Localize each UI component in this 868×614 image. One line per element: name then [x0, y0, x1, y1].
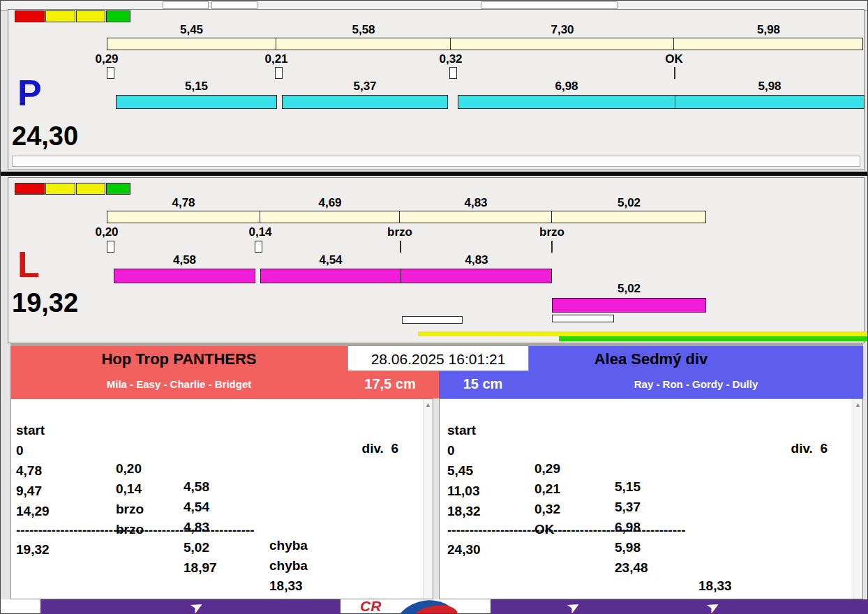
left-table-scrollbar[interactable]: ▲	[423, 399, 433, 599]
lane-l-progress-green	[559, 336, 867, 341]
table-row: 4,78 0,14 4,54	[16, 444, 398, 463]
lane-l-ruler-segment	[107, 211, 260, 223]
lane-p-split-label: 5,98	[675, 80, 865, 93]
lane-p-ruler-label: 5,98	[674, 24, 863, 36]
sponsor-banner: CR ➤ ➤ ➤	[1, 599, 868, 614]
total-time: 24,30	[447, 541, 481, 559]
lane-l-split-bar	[260, 269, 401, 283]
logo-text: CR	[360, 599, 381, 614]
lane-l-ruler-segment	[551, 211, 706, 223]
lane-l-reaction-label: 0,20	[75, 226, 138, 239]
left-team-jump-height: 17,5 cm	[348, 376, 432, 392]
lane-p-ruler-label: 5,58	[276, 24, 451, 36]
lane-p-tick-mark	[674, 67, 675, 79]
lane-p-reaction-label: 0,21	[245, 53, 308, 66]
lane-l-split-bar	[401, 269, 552, 283]
total-alt-1: 18,97	[184, 559, 217, 577]
lane-l-light-green	[106, 183, 130, 195]
table-totals-row: 19,32 18,97 18,33	[16, 523, 398, 542]
lane-p-checkbox-indicator	[275, 67, 283, 79]
lane-l-letter: L	[17, 246, 40, 283]
lane-l-checkbox-indicator	[107, 241, 114, 253]
lane-p-reaction-label: 0,32	[419, 53, 482, 66]
toolbar-button[interactable]	[163, 1, 209, 9]
app-window: 5,45 5,58 7,30 5,98 0,29 0,21 0,32 OK P …	[0, 0, 868, 614]
lane-l-ruler-label: 4,83	[400, 197, 552, 209]
lane-l-light-red	[15, 183, 45, 195]
lane-l-total-time: 19,32	[12, 290, 78, 316]
table-row: 11,03 0,32 6,98	[447, 464, 828, 484]
lane-divider	[1, 172, 868, 176]
cell-note: chyba	[269, 557, 308, 575]
lane-l-light-yellow-2	[76, 183, 105, 195]
lane-p-split-label: 5,37	[282, 80, 448, 93]
right-table-scrollbar[interactable]: ▲	[853, 399, 862, 599]
table-row: 18,32 OK 5,98	[447, 484, 828, 504]
lane-p-total-time: 24,30	[12, 123, 78, 149]
lane-p-checkbox-indicator	[107, 67, 114, 79]
lane-p-split-label: 5,15	[116, 80, 277, 93]
total-alt-2: 18,33	[698, 577, 732, 595]
lane-l-pending-bar	[552, 315, 614, 322]
lane-p-light-yellow-2	[76, 10, 105, 22]
total-alt-1: 23,48	[615, 559, 648, 577]
lane-p-inset-strip	[12, 156, 860, 167]
table-row: 5,45 0,21 5,37	[447, 444, 828, 463]
lane-p-split-bar	[458, 95, 675, 109]
lane-l-reaction-label: brzo	[368, 226, 431, 239]
lane-l-ruler-label: 4,69	[260, 197, 400, 209]
lane-p-light-red	[15, 10, 45, 22]
left-team-name: Hop Trop PANTHERS	[10, 350, 347, 368]
lane-l-progress-yellow	[418, 331, 867, 336]
table-row: 9,47 brzo 4,83 chyba	[16, 464, 398, 484]
lane-l-split-label: 4,58	[114, 254, 255, 267]
lane-p-ruler-segment	[276, 38, 451, 50]
lane-p-checkbox-indicator	[449, 67, 457, 79]
lane-p-split-bar	[116, 95, 277, 109]
lane-p-reaction-label: 0,29	[75, 53, 138, 66]
table-separator-row: ----------------------------------------…	[16, 503, 398, 523]
table-totals-row: 24,30 23,48 18,33 5,45	[447, 523, 828, 542]
toolbar-field[interactable]	[481, 1, 618, 9]
left-team-dogs: Mila - Easy - Charlie - Bridget	[10, 378, 347, 390]
table-separator-row: ----------------------------------------…	[447, 503, 828, 523]
right-team-dogs: Ray - Ron - Gordy - Dully	[529, 378, 863, 390]
table-row: 14,29 brzo 5,02 chyba	[16, 484, 398, 504]
lane-p-ruler-segment	[673, 38, 863, 50]
table-row: 0 0,29 5,15	[447, 424, 828, 443]
lane-l-ruler-label: 5,02	[552, 197, 706, 209]
lane-p-split-bar	[282, 95, 448, 109]
lane-l-reaction-label: brzo	[521, 226, 583, 239]
flyball-logo: CR	[341, 599, 491, 614]
total-time: 19,32	[16, 541, 50, 559]
lane-l-tick-mark	[400, 241, 401, 253]
lane-l-reaction-label: 0,14	[229, 226, 292, 239]
lane-l-split-label: 4,54	[260, 254, 401, 267]
lane-p-split-label: 6,98	[458, 80, 675, 93]
lane-l-ruler-label: 4,78	[107, 197, 260, 209]
table-header-row: start div. 6	[447, 403, 828, 423]
table-header-row: start div. 6	[16, 403, 398, 423]
lane-p-reaction-label: OK	[643, 53, 705, 66]
lane-p-ruler-segment	[107, 38, 276, 50]
table-row: 0 0,20 4,58	[16, 424, 398, 443]
lane-p-ruler-label: 7,30	[451, 24, 674, 36]
lane-l-ruler-segment	[399, 211, 552, 223]
lane-l-ruler-segment	[260, 211, 400, 223]
lane-l-extra-split-bar	[552, 298, 706, 313]
lane-p-ruler-label: 5,45	[107, 24, 276, 36]
scroll-up-icon[interactable]: ▲	[853, 399, 862, 410]
right-team-name: Alea Sedmý div	[439, 350, 863, 368]
lane-l-tick-mark	[551, 241, 553, 253]
lane-p-letter: P	[17, 75, 42, 111]
lane-l-pending-bar	[402, 316, 463, 324]
lane-p-light-green	[106, 10, 130, 22]
lane-l-split-bar	[114, 269, 255, 283]
total-alt-2: 18,33	[269, 577, 303, 595]
lane-p-ruler-segment	[450, 38, 674, 50]
toolbar-button[interactable]	[211, 1, 257, 9]
lane-p-light-yellow-1	[45, 10, 75, 22]
scroll-up-icon[interactable]: ▲	[424, 399, 433, 410]
lane-l-extra-split-label: 5,02	[552, 283, 706, 295]
right-team-jump-height: 15 cm	[444, 376, 521, 392]
